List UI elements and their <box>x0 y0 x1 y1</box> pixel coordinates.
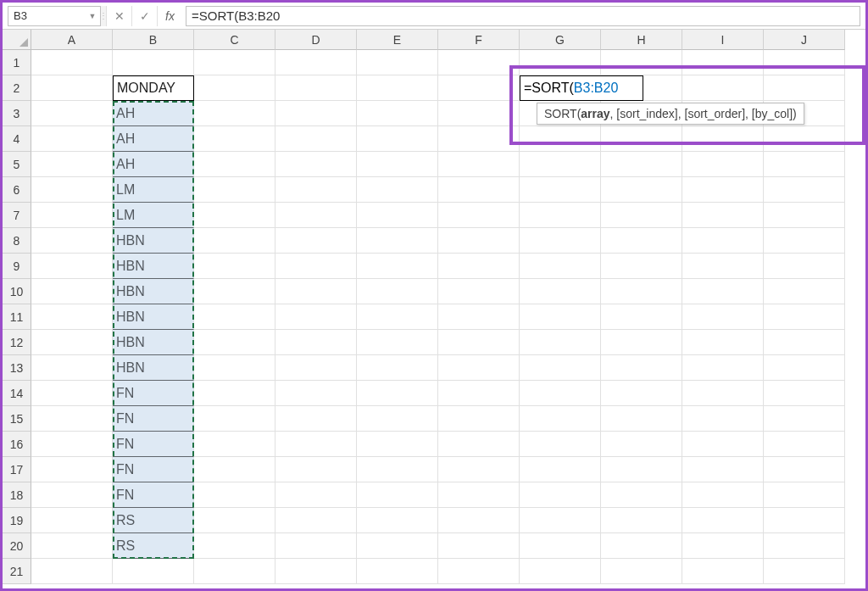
cell-c14[interactable] <box>194 381 275 406</box>
cell-j15[interactable] <box>764 406 845 432</box>
cell-a21[interactable] <box>31 559 113 584</box>
cell-d2[interactable] <box>275 75 357 101</box>
cell-j2[interactable] <box>764 75 845 101</box>
cell-h14[interactable] <box>601 381 682 406</box>
column-header-a[interactable]: A <box>31 30 113 50</box>
cell-j16[interactable] <box>764 432 845 457</box>
cell-g9[interactable] <box>520 254 601 279</box>
row-header-1[interactable]: 1 <box>3 50 31 75</box>
cell-c21[interactable] <box>194 559 275 584</box>
cell-b10[interactable]: HBN <box>113 279 194 304</box>
cell-i4[interactable] <box>682 126 764 152</box>
cell-c16[interactable] <box>194 432 275 457</box>
cell-i16[interactable] <box>682 432 764 457</box>
cell-e13[interactable] <box>357 355 438 381</box>
cell-c10[interactable] <box>194 279 275 304</box>
row-header-13[interactable]: 13 <box>3 355 31 381</box>
row-header-4[interactable]: 4 <box>3 126 31 152</box>
cell-h19[interactable] <box>601 508 682 533</box>
cell-j4[interactable] <box>764 126 845 152</box>
cell-h12[interactable] <box>601 330 682 355</box>
cell-a17[interactable] <box>31 457 113 482</box>
name-box-dropdown-icon[interactable]: ▼ <box>86 8 98 25</box>
cell-e5[interactable] <box>357 152 438 177</box>
column-header-d[interactable]: D <box>275 30 357 50</box>
cell-h21[interactable] <box>601 559 682 584</box>
row-header-3[interactable]: 3 <box>3 101 31 126</box>
cell-g21[interactable] <box>520 559 601 584</box>
cell-g16[interactable] <box>520 432 601 457</box>
cell-b18[interactable]: FN <box>113 482 194 508</box>
cell-e10[interactable] <box>357 279 438 304</box>
cell-j8[interactable] <box>764 228 845 254</box>
cell-e19[interactable] <box>357 508 438 533</box>
cell-h15[interactable] <box>601 406 682 432</box>
cell-b5[interactable]: AH <box>113 152 194 177</box>
cell-f5[interactable] <box>438 152 520 177</box>
cell-h17[interactable] <box>601 457 682 482</box>
cell-g19[interactable] <box>520 508 601 533</box>
cell-f21[interactable] <box>438 559 520 584</box>
cell-b16[interactable]: FN <box>113 432 194 457</box>
cell-j9[interactable] <box>764 254 845 279</box>
cell-d16[interactable] <box>275 432 357 457</box>
cell-e18[interactable] <box>357 482 438 508</box>
cell-b12[interactable]: HBN <box>113 330 194 355</box>
cell-c17[interactable] <box>194 457 275 482</box>
cell-i12[interactable] <box>682 330 764 355</box>
cell-b20[interactable]: RS <box>113 533 194 559</box>
cell-a20[interactable] <box>31 533 113 559</box>
row-header-5[interactable]: 5 <box>3 152 31 177</box>
cell-a15[interactable] <box>31 406 113 432</box>
cell-a1[interactable] <box>31 50 113 75</box>
cell-g4[interactable] <box>520 126 601 152</box>
cell-e2[interactable] <box>357 75 438 101</box>
cell-a7[interactable] <box>31 203 113 228</box>
cell-e12[interactable] <box>357 330 438 355</box>
cell-h13[interactable] <box>601 355 682 381</box>
cell-a4[interactable] <box>31 126 113 152</box>
cell-g6[interactable] <box>520 177 601 203</box>
cell-g7[interactable] <box>520 203 601 228</box>
row-header-8[interactable]: 8 <box>3 228 31 254</box>
cell-d3[interactable] <box>275 101 357 126</box>
cell-f13[interactable] <box>438 355 520 381</box>
cell-f4[interactable] <box>438 126 520 152</box>
row-header-17[interactable]: 17 <box>3 457 31 482</box>
cell-i20[interactable] <box>682 533 764 559</box>
cell-j11[interactable] <box>764 304 845 330</box>
cell-d14[interactable] <box>275 381 357 406</box>
cell-f3[interactable] <box>438 101 520 126</box>
cell-g13[interactable] <box>520 355 601 381</box>
cell-g12[interactable] <box>520 330 601 355</box>
cell-c6[interactable] <box>194 177 275 203</box>
cell-f11[interactable] <box>438 304 520 330</box>
cell-j21[interactable] <box>764 559 845 584</box>
cell-a5[interactable] <box>31 152 113 177</box>
row-header-15[interactable]: 15 <box>3 406 31 432</box>
cell-h18[interactable] <box>601 482 682 508</box>
cell-j17[interactable] <box>764 457 845 482</box>
row-header-16[interactable]: 16 <box>3 432 31 457</box>
cell-g1[interactable] <box>520 50 601 75</box>
cell-f17[interactable] <box>438 457 520 482</box>
cell-j1[interactable] <box>764 50 845 75</box>
cell-a6[interactable] <box>31 177 113 203</box>
cell-f2[interactable] <box>438 75 520 101</box>
cell-g17[interactable] <box>520 457 601 482</box>
cell-h9[interactable] <box>601 254 682 279</box>
active-formula-cell[interactable]: =SORT(B3:B20 <box>520 75 643 101</box>
cell-c1[interactable] <box>194 50 275 75</box>
row-header-19[interactable]: 19 <box>3 508 31 533</box>
cell-h4[interactable] <box>601 126 682 152</box>
cell-e9[interactable] <box>357 254 438 279</box>
cell-e20[interactable] <box>357 533 438 559</box>
cell-c12[interactable] <box>194 330 275 355</box>
cell-d11[interactable] <box>275 304 357 330</box>
cell-e1[interactable] <box>357 50 438 75</box>
column-header-g[interactable]: G <box>520 30 601 50</box>
cell-f15[interactable] <box>438 406 520 432</box>
cell-c13[interactable] <box>194 355 275 381</box>
cell-e21[interactable] <box>357 559 438 584</box>
row-header-10[interactable]: 10 <box>3 279 31 304</box>
